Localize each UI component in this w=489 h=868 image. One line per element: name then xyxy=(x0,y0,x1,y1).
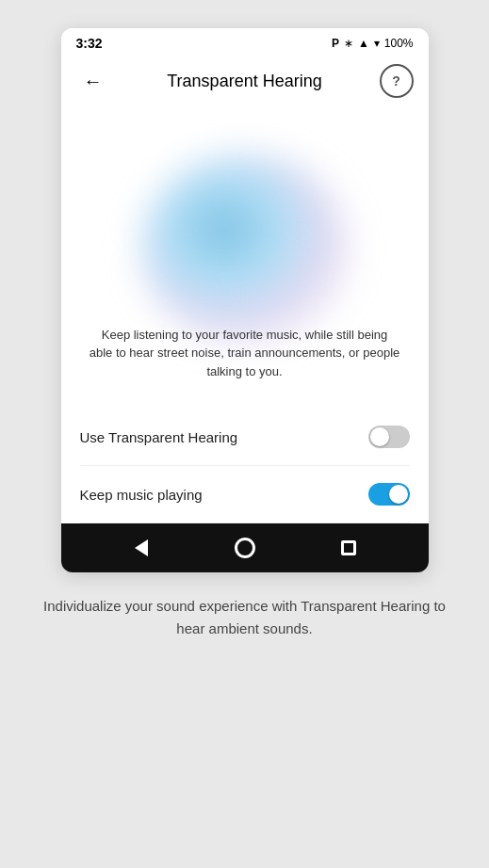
toggle-knob-keep-music xyxy=(389,485,408,504)
nav-home-button[interactable] xyxy=(224,527,266,569)
caption-text: Individualize your sound experience with… xyxy=(28,595,461,640)
nav-bar xyxy=(61,523,429,572)
main-content: Keep listening to your favorite music, w… xyxy=(61,107,429,523)
top-bar: ← Transparent Hearing ? xyxy=(61,55,429,107)
signal-icon: ▲ xyxy=(358,37,369,50)
toggle-keep-music[interactable] xyxy=(368,483,410,506)
setting-label-keep-music: Keep music playing xyxy=(80,487,203,503)
setting-label-transparent-hearing: Use Transparent Hearing xyxy=(80,429,238,445)
toggle-knob-transparent-hearing xyxy=(370,427,389,446)
setting-row-transparent-hearing: Use Transparent Hearing xyxy=(80,409,410,466)
setting-row-keep-music: Keep music playing xyxy=(80,466,410,523)
help-icon: ? xyxy=(392,73,400,88)
status-time: 3:32 xyxy=(76,36,103,51)
blob-area: Keep listening to your favorite music, w… xyxy=(61,107,429,409)
p-icon: P xyxy=(332,37,339,50)
nav-back-icon xyxy=(135,539,148,556)
page-title: Transparent Hearing xyxy=(110,72,380,91)
wifi-icon: ▾ xyxy=(374,37,380,50)
nav-back-button[interactable] xyxy=(121,527,162,569)
phone-frame: 3:32 P ∗ ▲ ▾ 100% ← Transparent Hearing … xyxy=(61,28,429,572)
back-button[interactable]: ← xyxy=(76,64,110,98)
status-bar: 3:32 P ∗ ▲ ▾ 100% xyxy=(61,28,429,55)
battery-icon: 100% xyxy=(384,37,414,50)
nav-recent-button[interactable] xyxy=(328,527,369,569)
blob-description: Keep listening to your favorite music, w… xyxy=(61,326,429,381)
blob-visual xyxy=(141,154,349,343)
help-button[interactable]: ? xyxy=(380,64,414,98)
bluetooth-icon: ∗ xyxy=(344,37,353,50)
toggle-transparent-hearing[interactable] xyxy=(368,426,410,448)
back-arrow-icon: ← xyxy=(84,71,103,92)
nav-recent-icon xyxy=(341,540,356,555)
nav-home-icon xyxy=(235,538,255,558)
settings-area: Use Transparent Hearing Keep music playi… xyxy=(61,409,429,523)
status-icons: P ∗ ▲ ▾ 100% xyxy=(332,37,414,50)
caption-area: Individualize your sound experience with… xyxy=(0,595,489,640)
outer-wrapper: 3:32 P ∗ ▲ ▾ 100% ← Transparent Hearing … xyxy=(0,0,489,868)
